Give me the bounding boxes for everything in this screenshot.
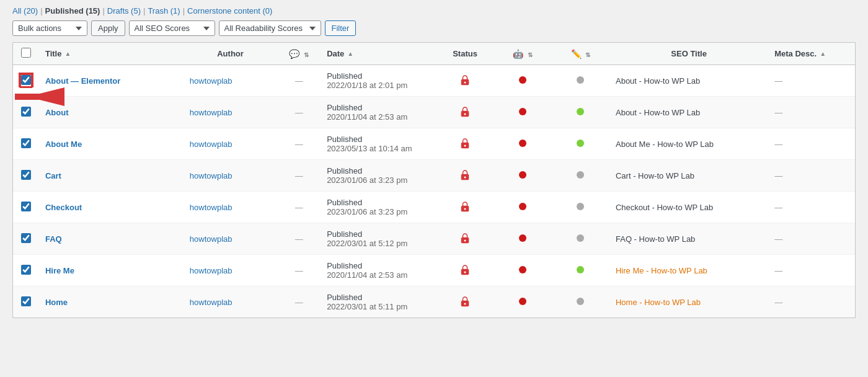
author-link[interactable]: howtowplab [190,108,232,117]
row-seo-title-cell: About - How-to WP Lab [609,65,768,97]
meta-desc-value: — [774,266,782,275]
svg-point-11 [464,208,466,210]
row-author-cell: howtowplab [184,65,277,97]
header-comment-col: 💬 ⇅ [277,43,321,65]
comment-bubble-icon: 💬 [289,49,299,59]
comment-value: — [295,203,303,212]
page-title-link[interactable]: Hire Me [45,266,74,275]
author-link[interactable]: howtowplab [190,76,232,86]
lock-icon [461,264,469,274]
readability-scores-select[interactable]: All Readability Scores Good Readability … [219,20,321,36]
page-title-link[interactable]: About — Elementor [45,76,120,86]
table-row: About Me howtowplab — Published 2023/05/… [13,128,855,160]
row-meta-desc-cell: — [768,65,855,97]
bulk-actions-select[interactable]: Bulk actions Edit Move to Trash [12,20,87,36]
comment-value: — [295,171,303,180]
author-link[interactable]: howtowplab [190,203,232,212]
author-link[interactable]: howtowplab [190,298,232,307]
row-seo-title-cell: Cart - How-to WP Lab [609,160,768,192]
page-wrap: All (20) | Published (15) | Drafts (5) |… [0,0,868,324]
row-title-cell: Checkout [39,192,184,223]
svg-point-5 [464,113,466,115]
seo-score-dot [519,203,526,210]
author-link[interactable]: howtowplab [190,171,232,180]
row-readability-cell [552,160,609,192]
status-published[interactable]: Published (15) [45,6,100,16]
header-seo-score-col: 🤖 ⇅ [494,43,552,65]
page-title-link[interactable]: About [45,108,69,117]
row-comment-cell: — [277,223,321,255]
author-link[interactable]: howtowplab [190,140,232,149]
row-readability-cell [552,223,609,255]
filter-bar: Bulk actions Edit Move to Trash Apply Al… [12,20,856,36]
sort-arrows-seo-score: ⇅ [528,51,533,58]
status-all[interactable]: All (20) [12,6,38,16]
row-select-checkbox[interactable] [21,296,31,306]
comment-value: — [295,234,303,244]
seo-title-value: About - How-to WP Lab [616,108,700,117]
row-seo-score-cell [494,286,552,318]
sort-arrows-date: ▲ [347,50,353,57]
header-date-col: Date ▲ [321,43,436,65]
date-value: 2020/11/04 at 2:53 am [327,270,407,280]
page-title-link[interactable]: FAQ [45,234,62,244]
page-title-link[interactable]: Cart [45,171,61,180]
seo-scores-select[interactable]: All SEO Scores Good SEO Score OK SEO Sco… [129,20,215,36]
row-seo-score-cell [494,223,552,255]
row-meta-desc-cell: — [768,255,855,286]
sort-arrows-comment: ⇅ [304,51,309,58]
meta-desc-value: — [774,203,782,212]
row-comment-cell: — [277,65,321,97]
author-link[interactable]: howtowplab [190,266,232,275]
row-date-cell: Published 2023/01/06 at 3:23 pm [321,192,436,223]
row-author-cell: howtowplab [184,286,277,318]
row-meta-desc-cell: — [768,223,855,255]
pen-icon: ✏️ [571,49,582,59]
row-select-checkbox[interactable] [21,265,31,275]
row-checkbox-cell [13,223,39,255]
status-trash[interactable]: Trash (1) [148,6,180,16]
row-meta-desc-cell: — [768,160,855,192]
sort-arrows-title: ▲ [64,50,71,57]
author-link[interactable]: howtowplab [190,234,232,244]
status-cornerstone[interactable]: Cornerstone content (0) [187,6,272,16]
page-title-link[interactable]: Home [45,298,68,307]
row-seo-title-cell: Checkout - How-to WP Lab [609,192,768,223]
row-date-cell: Published 2020/11/04 at 2:53 am [321,97,436,128]
select-all-checkbox[interactable] [21,48,31,58]
svg-point-7 [464,144,466,146]
readability-dot [577,266,584,273]
readability-dot [577,76,584,84]
readability-dot [577,298,584,305]
row-comment-cell: — [277,192,321,223]
row-select-checkbox[interactable] [21,170,31,180]
row-status-cell [436,192,494,223]
row-checkbox-cell [13,192,39,223]
row-select-checkbox[interactable] [21,202,31,211]
row-select-checkbox[interactable] [21,107,31,117]
status-drafts[interactable]: Drafts (5) [107,6,141,16]
row-select-checkbox[interactable] [21,75,31,85]
row-meta-desc-cell: — [768,128,855,160]
comment-value: — [295,108,303,117]
sort-title-link[interactable]: Title ▲ [45,49,177,58]
row-checkbox-cell [13,255,39,286]
sort-date-link[interactable]: Date ▲ [327,49,430,58]
readability-dot [577,108,584,115]
header-title-col: Title ▲ [39,43,184,65]
meta-desc-value: — [774,140,782,149]
row-select-checkbox[interactable] [21,138,31,148]
row-author-cell: howtowplab [184,97,277,128]
row-select-checkbox[interactable] [21,233,31,243]
sort-meta-link[interactable]: Meta Desc. ▲ [774,49,849,58]
page-title-link[interactable]: Checkout [45,203,82,212]
row-author-cell: howtowplab [184,128,277,160]
filter-button[interactable]: Filter [325,20,356,36]
lock-icon [461,233,469,242]
sort-arrows-readability: ⇅ [585,51,590,58]
bulk-select-group: Bulk actions Edit Move to Trash Apply [12,20,125,36]
date-value: 2023/01/06 at 3:23 pm [327,175,407,185]
apply-button[interactable]: Apply [91,20,125,36]
row-status-cell [436,160,494,192]
page-title-link[interactable]: About Me [45,140,82,149]
